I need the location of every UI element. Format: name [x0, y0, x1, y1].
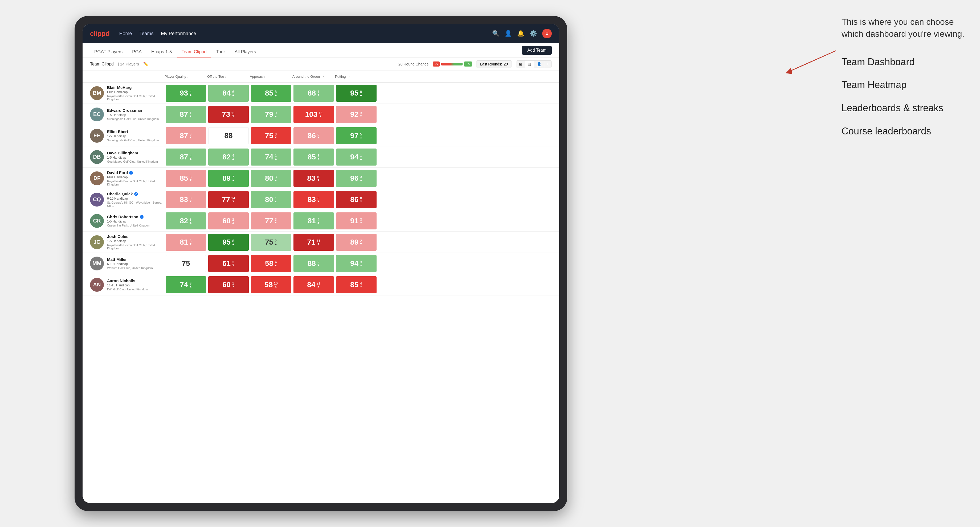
tab-pga[interactable]: PGA — [128, 47, 146, 57]
col-quality[interactable]: Player Quality ↓ — [165, 75, 207, 78]
table-row[interactable]: ANAaron Nicholls11-15 HandicapDrift Golf… — [83, 274, 559, 295]
add-team-button[interactable]: Add Team — [522, 46, 552, 55]
player-details: Chris Robertson✓1-5 HandicapCraigmillar … — [107, 214, 151, 227]
settings-icon[interactable]: ⚙️ — [530, 30, 537, 37]
player-avatar: EE — [90, 129, 104, 143]
score-value: 85 — [265, 89, 273, 97]
table-row[interactable]: DFDavid Ford✓Plus HandicapRoyal North De… — [83, 168, 559, 189]
ipad-screen: clippd Home Teams My Performance 🔍 👤 🔔 ⚙… — [83, 24, 559, 503]
table-row[interactable]: JCJosh Coles1-5 HandicapRoyal North Devo… — [83, 232, 559, 253]
score-cell-1: 897▲ — [208, 170, 249, 187]
player-club: Royal North Devon Golf Club, United King… — [107, 243, 165, 250]
score-change: 1▼ — [317, 90, 320, 96]
player-avatar: CR — [90, 214, 104, 228]
table-row[interactable]: DBDave Billingham1-5 HandicapGog Magog G… — [83, 146, 559, 168]
player-club: Drift Golf Club, United Kingdom — [107, 288, 148, 291]
user-avatar[interactable]: U — [542, 29, 552, 38]
tab-hcaps[interactable]: Hcaps 1-5 — [147, 47, 176, 57]
score-cell-1: 601▼ — [208, 276, 249, 293]
score-cell-4: 943▲ — [336, 255, 377, 272]
person-icon[interactable]: 👤 — [504, 30, 512, 37]
score-cell-4: 959▲ — [336, 85, 377, 102]
score-cell-3: 882▼ — [293, 255, 334, 272]
table-row[interactable]: BMBlair McHargPlus HandicapRoyal North D… — [83, 83, 559, 104]
player-name: Elliot Ebert — [107, 129, 159, 134]
score-value: 84 — [307, 281, 315, 289]
nav-item-teams[interactable]: Teams — [140, 30, 154, 38]
score-cell-0: 871▲ — [165, 106, 206, 123]
player-details: David Ford✓Plus HandicapRoyal North Devo… — [107, 170, 165, 186]
score-change: 4▲ — [232, 154, 235, 160]
score-value: 80 — [265, 195, 273, 204]
player-club: Sunningdale Golf Club, United Kingdom — [107, 117, 159, 121]
edit-icon[interactable]: ✏️ — [143, 62, 149, 67]
score-cell-1: 602▲ — [208, 213, 249, 229]
table-row[interactable]: MMMatt Miller6-10 HandicapWoburn Golf Cl… — [83, 253, 559, 274]
score-value: 61 — [222, 259, 231, 268]
player-info: EEElliot Ebert1-5 HandicapSunningdale Go… — [90, 129, 165, 143]
person-view-button[interactable]: 👤 — [534, 61, 544, 68]
score-change: 3▲ — [360, 260, 363, 267]
score-change: 6▼ — [317, 197, 320, 203]
col-approach[interactable]: Approach → — [250, 75, 293, 78]
player-avatar: DB — [90, 150, 104, 164]
tab-tour[interactable]: Tour — [212, 47, 229, 57]
score-value: 87 — [180, 110, 188, 119]
score-cell-2: 753▼ — [251, 127, 291, 144]
score-cell-0: 823▲ — [165, 213, 206, 229]
grid-view-button[interactable]: ⊞ — [516, 61, 525, 68]
table-row[interactable]: CQCharlie Quick✓6-10 HandicapSt. George'… — [83, 189, 559, 210]
player-club: Royal North Devon Golf Club, United King… — [107, 179, 165, 186]
tab-team-clippd[interactable]: Team Clippd — [177, 47, 211, 57]
score-value: 86 — [307, 132, 316, 140]
view-toggle: ⊞ ▦ 👤 ↓ — [516, 60, 552, 68]
score-change: 21▲ — [317, 282, 320, 288]
score-value: 81 — [180, 238, 188, 246]
score-change: 14▼ — [231, 197, 235, 203]
player-name: Aaron Nicholls — [107, 278, 148, 283]
table-row[interactable]: ECEdward Crossman1-5 HandicapSunningdale… — [83, 104, 559, 125]
score-change: 3▼ — [189, 239, 192, 245]
score-value: 88 — [224, 132, 232, 140]
player-handicap: 11-15 Handicap — [107, 284, 148, 287]
col-tee[interactable]: Off the Tee ↓ — [207, 75, 250, 78]
score-cell-4: 963▲ — [336, 170, 377, 187]
score-value: 74 — [180, 281, 188, 289]
score-value: 95 — [222, 238, 231, 246]
score-cell-1: 613▼ — [208, 255, 249, 272]
score-cell-0: 873▼ — [165, 127, 206, 144]
tab-pgat[interactable]: PGAT Players — [90, 47, 127, 57]
player-club: Gog Magog Golf Club, United Kingdom — [107, 160, 158, 163]
navbar: clippd Home Teams My Performance 🔍 👤 🔔 ⚙… — [83, 24, 559, 43]
col-around-green[interactable]: Around the Green → — [293, 75, 335, 78]
last-rounds-button[interactable]: Last Rounds: 20 — [476, 60, 512, 68]
nav-item-home[interactable]: Home — [119, 30, 132, 38]
bell-icon[interactable]: 🔔 — [517, 30, 524, 37]
table-row[interactable]: EEElliot Ebert1-5 HandicapSunningdale Go… — [83, 125, 559, 146]
score-value: 71 — [307, 238, 315, 246]
score-cell-3: 8421▲ — [293, 276, 334, 293]
score-change: 7▲ — [232, 175, 235, 181]
search-icon[interactable]: 🔍 — [492, 30, 499, 37]
score-cell-2: 773▼ — [251, 213, 291, 229]
player-details: Aaron Nicholls11-15 HandicapDrift Golf C… — [107, 278, 148, 291]
nav-item-performance[interactable]: My Performance — [161, 30, 196, 38]
tab-all-players[interactable]: All Players — [231, 47, 260, 57]
svg-marker-1 — [786, 68, 792, 74]
player-info: CQCharlie Quick✓6-10 HandicapSt. George'… — [90, 192, 165, 207]
player-avatar: CQ — [90, 193, 104, 206]
annotation-bubble: This is where you can choose which dashb… — [842, 16, 969, 40]
subheader: Team Clippd | 14 Players ✏️ 20 Round Cha… — [83, 57, 559, 71]
player-avatar: EC — [90, 108, 104, 121]
table-row[interactable]: CRChris Robertson✓1-5 HandicapCraigmilla… — [83, 210, 559, 232]
player-handicap: 1-5 Handicap — [107, 156, 158, 159]
player-details: Blair McHargPlus HandicapRoyal North Dev… — [107, 85, 165, 101]
score-value: 85 — [350, 281, 358, 289]
col-putting[interactable]: Putting → — [335, 75, 378, 78]
score-change: 3▼ — [274, 133, 277, 139]
heatmap-view-button[interactable]: ▦ — [525, 61, 534, 68]
download-button[interactable]: ↓ — [544, 61, 552, 68]
player-handicap: 1-5 Handicap — [107, 113, 159, 117]
score-cell-2: 799▲ — [251, 106, 291, 123]
score-cell-2: 5810▲ — [251, 276, 291, 293]
